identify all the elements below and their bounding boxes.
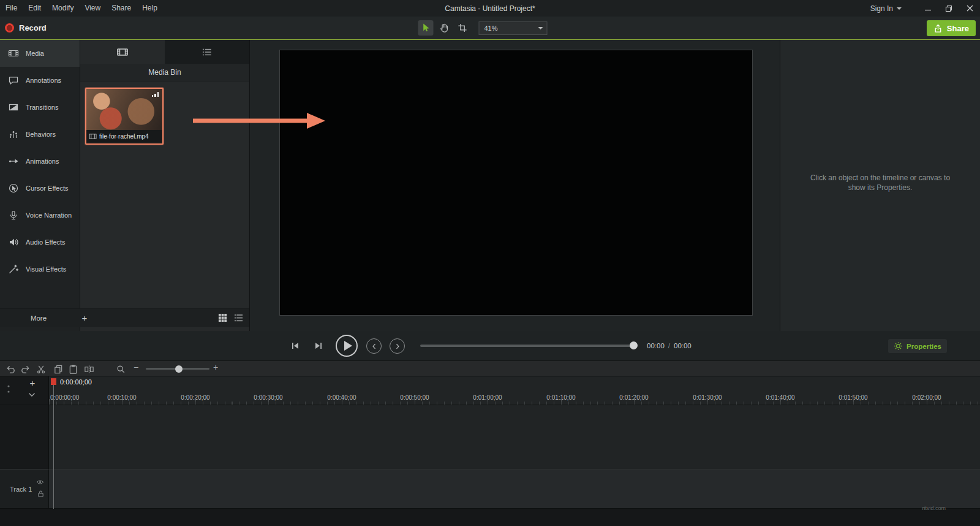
menu-file[interactable]: File bbox=[0, 0, 23, 17]
sidebar-item-cursor-effects[interactable]: Cursor Effects bbox=[0, 175, 80, 202]
library-list-icon bbox=[201, 46, 213, 58]
tools-sidebar: Media Annotations Transitions Behaviors … bbox=[0, 40, 80, 331]
cut-button[interactable] bbox=[36, 364, 47, 375]
canvas-zoom-value: 41% bbox=[480, 25, 535, 32]
timeline-zoom-button[interactable] bbox=[115, 364, 126, 375]
media-thumbnail bbox=[86, 89, 162, 130]
video-file-icon bbox=[89, 133, 97, 140]
redo-button[interactable] bbox=[20, 364, 31, 375]
sidebar-item-annotations[interactable]: Annotations bbox=[0, 67, 80, 94]
timeline-zoom-out-button[interactable]: − bbox=[134, 362, 138, 372]
timeline-zoom-in-button[interactable]: + bbox=[213, 362, 218, 372]
add-track-button[interactable]: + bbox=[27, 378, 38, 389]
list-view-icon[interactable] bbox=[234, 313, 243, 322]
sidebar-item-label: Behaviors bbox=[26, 131, 56, 138]
media-bin-panel: Media Bin file-for-rachel.mp4 bbox=[80, 40, 249, 331]
track-name: Track 1 bbox=[10, 486, 32, 493]
sidebar-item-behaviors[interactable]: Behaviors bbox=[0, 121, 80, 148]
menu-edit[interactable]: Edit bbox=[23, 0, 47, 17]
record-label: Record bbox=[19, 23, 47, 32]
properties-hint-text: Click an object on the timeline or canva… bbox=[803, 173, 957, 192]
copy-button[interactable] bbox=[53, 364, 64, 375]
track-row: Track 1 bbox=[0, 469, 980, 509]
playhead-time: 0:00:00;00 bbox=[60, 378, 92, 386]
total-time: 00:00 bbox=[674, 342, 692, 349]
tab-media-bin[interactable] bbox=[80, 40, 165, 64]
magnifier-icon bbox=[116, 364, 126, 374]
menu-share[interactable]: Share bbox=[106, 0, 137, 17]
speaker-icon bbox=[8, 237, 19, 248]
minimize-icon bbox=[924, 5, 932, 12]
sidebar-item-voice-narration[interactable]: Voice Narration bbox=[0, 202, 80, 229]
jump-forward-button[interactable] bbox=[390, 338, 405, 354]
time-display: 00:00 / 00:00 bbox=[647, 331, 692, 360]
next-frame-button[interactable] bbox=[311, 339, 326, 353]
playhead-handle[interactable] bbox=[51, 378, 56, 385]
timeline-bottom-strip bbox=[0, 509, 980, 526]
record-button[interactable]: Record bbox=[5, 17, 47, 39]
paste-button[interactable] bbox=[67, 364, 78, 375]
share-button[interactable]: Share bbox=[927, 20, 976, 36]
sidebar-item-label: Media bbox=[26, 50, 44, 57]
filmstrip-icon bbox=[116, 46, 129, 58]
canvas-zoom-dropdown[interactable]: 41% bbox=[479, 21, 548, 35]
track-lane[interactable] bbox=[49, 469, 980, 509]
titlebar: File Edit Modify View Share Help Camtasi… bbox=[0, 0, 980, 17]
seek-slider[interactable] bbox=[420, 345, 637, 347]
sidebar-item-media[interactable]: Media bbox=[0, 40, 80, 67]
properties-toggle-button[interactable]: Properties bbox=[888, 339, 947, 353]
filmstrip-icon bbox=[8, 48, 19, 59]
edit-cursor-tool-button[interactable] bbox=[418, 20, 434, 36]
menu-modify[interactable]: Modify bbox=[47, 0, 79, 17]
pan-tool-button[interactable] bbox=[437, 20, 452, 36]
split-button[interactable] bbox=[83, 364, 94, 375]
play-icon bbox=[344, 341, 352, 351]
chevron-down-icon bbox=[897, 7, 902, 10]
sidebar-item-visual-effects[interactable]: Visual Effects bbox=[0, 256, 80, 283]
current-time: 00:00 bbox=[647, 342, 665, 349]
sidebar-item-label: Animations bbox=[26, 158, 59, 165]
restore-button[interactable] bbox=[938, 0, 959, 17]
jump-back-button[interactable] bbox=[366, 338, 382, 354]
close-button[interactable] bbox=[959, 0, 980, 17]
cursor-icon bbox=[421, 23, 431, 33]
scissors-icon bbox=[36, 364, 47, 375]
record-icon bbox=[5, 23, 14, 32]
media-item-selected[interactable]: file-for-rachel.mp4 bbox=[85, 88, 164, 145]
timeline-handle-icon[interactable] bbox=[6, 384, 11, 395]
timeline-zoom-slider[interactable] bbox=[146, 368, 209, 370]
ruler-divider bbox=[0, 405, 980, 405]
track-visibility-toggle[interactable] bbox=[36, 479, 44, 485]
gear-icon bbox=[894, 341, 903, 351]
media-filename: file-for-rachel.mp4 bbox=[99, 133, 149, 140]
track-collapse-button[interactable] bbox=[28, 392, 36, 397]
crop-tool-button[interactable] bbox=[455, 20, 470, 36]
seek-slider-knob[interactable] bbox=[630, 341, 638, 349]
chevron-right-icon bbox=[393, 342, 402, 351]
tab-library[interactable] bbox=[165, 40, 249, 64]
more-tools-button[interactable]: More bbox=[0, 314, 77, 322]
sidebar-item-transitions[interactable]: Transitions bbox=[0, 94, 80, 121]
undo-button[interactable] bbox=[5, 364, 16, 375]
chevron-down-icon bbox=[535, 27, 547, 29]
grid-view-icon[interactable] bbox=[218, 313, 227, 322]
sidebar-item-audio-effects[interactable]: Audio Effects bbox=[0, 229, 80, 256]
main-toolbar: Record 41% Share bbox=[0, 17, 980, 40]
minimize-button[interactable] bbox=[918, 0, 938, 17]
play-button[interactable] bbox=[336, 335, 358, 357]
share-icon bbox=[933, 24, 943, 33]
preview-canvas[interactable] bbox=[279, 50, 753, 316]
timeline-zoom-knob[interactable] bbox=[175, 365, 183, 373]
time-separator: / bbox=[668, 342, 670, 349]
add-media-button[interactable]: + bbox=[77, 313, 92, 323]
sidebar-item-animations[interactable]: Animations bbox=[0, 148, 80, 175]
menu-help[interactable]: Help bbox=[137, 0, 163, 17]
close-icon bbox=[967, 5, 973, 12]
properties-label: Properties bbox=[907, 343, 941, 350]
track-header: Track 1 bbox=[0, 469, 49, 509]
menu-view[interactable]: View bbox=[79, 0, 106, 17]
previous-frame-button[interactable] bbox=[288, 339, 303, 353]
track-lock-toggle[interactable] bbox=[37, 490, 44, 498]
sign-in-button[interactable]: Sign In bbox=[870, 4, 902, 13]
magic-wand-icon bbox=[8, 264, 19, 275]
